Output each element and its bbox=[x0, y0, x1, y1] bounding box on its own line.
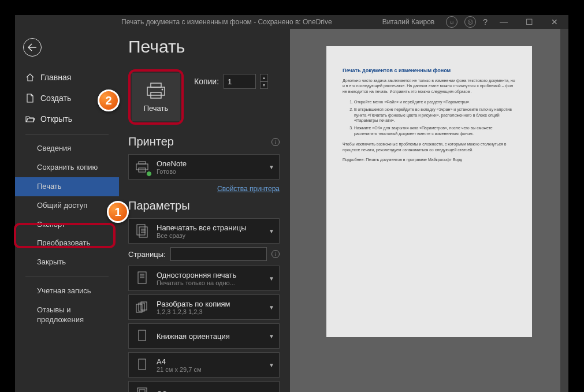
chevron-down-icon: ▼ bbox=[269, 228, 274, 234]
nav-share[interactable]: Общий доступ bbox=[15, 196, 119, 215]
preview-scrollbar[interactable] bbox=[560, 29, 568, 392]
nav-home-label: Главная bbox=[40, 73, 71, 82]
printer-section-header: Принтер i bbox=[128, 135, 280, 148]
print-button[interactable]: Печать bbox=[132, 73, 180, 121]
nav-open-label: Открыть bbox=[40, 114, 72, 124]
copies-input[interactable] bbox=[224, 74, 256, 89]
sides-dropdown[interactable]: Односторонняя печать Печатать только на … bbox=[128, 266, 280, 291]
print-button-label: Печать bbox=[144, 104, 169, 113]
copies-up[interactable]: ▲ bbox=[260, 74, 268, 81]
content-area: Главная Создать Открыть Сведения Сохрани… bbox=[15, 29, 568, 392]
one-sided-icon bbox=[133, 270, 151, 287]
home-icon bbox=[25, 73, 35, 82]
nav-save-copy[interactable]: Сохранить копию bbox=[15, 158, 119, 177]
print-settings-panel: Печать Печать bbox=[119, 29, 290, 392]
status-ready-icon bbox=[146, 171, 152, 177]
paper-size-icon bbox=[133, 356, 151, 374]
app-window: Печать документа с измененным фоном - Со… bbox=[15, 15, 568, 376]
printer-status: Готово bbox=[157, 168, 263, 175]
nav-transform[interactable]: Преобразовать bbox=[15, 234, 119, 253]
pages-input[interactable] bbox=[170, 247, 267, 261]
minimize-button[interactable]: — bbox=[494, 15, 513, 29]
margins-dropdown[interactable]: Обычные поля ▼ bbox=[128, 381, 280, 392]
maximize-button[interactable]: ☐ bbox=[520, 15, 538, 29]
feedback-icon[interactable]: ☹ bbox=[464, 16, 476, 28]
divider bbox=[25, 277, 109, 277]
emoji-icon[interactable]: ☺ bbox=[446, 16, 457, 28]
chevron-down-icon: ▼ bbox=[269, 362, 274, 368]
nav-info[interactable]: Сведения bbox=[15, 139, 119, 158]
highlight-print-button: Печать bbox=[128, 69, 184, 125]
page-title: Печать bbox=[128, 37, 280, 57]
printer-properties-link[interactable]: Свойства принтера bbox=[217, 185, 280, 193]
svg-rect-8 bbox=[139, 227, 147, 237]
printer-icon bbox=[146, 82, 166, 99]
collate-dropdown[interactable]: Разобрать по копиям 1,2,3 1,2,3 1,2,3 ▼ bbox=[128, 294, 280, 320]
nav-open[interactable]: Открыть bbox=[15, 109, 119, 129]
collate-icon bbox=[133, 298, 151, 316]
settings-section-header: Параметры bbox=[128, 199, 280, 212]
info-icon[interactable]: i bbox=[271, 138, 280, 146]
chevron-down-icon: ▼ bbox=[269, 304, 274, 311]
margins-icon bbox=[133, 385, 151, 392]
sidebar: Главная Создать Открыть Сведения Сохрани… bbox=[15, 29, 119, 392]
help-icon[interactable]: ? bbox=[483, 17, 488, 27]
svg-point-3 bbox=[162, 88, 163, 90]
svg-rect-22 bbox=[139, 390, 145, 392]
printer-status-icon bbox=[133, 158, 151, 176]
arrow-left-icon bbox=[28, 43, 37, 51]
svg-rect-19 bbox=[139, 330, 146, 341]
nav-close[interactable]: Закрыть bbox=[15, 253, 119, 272]
print-range-dropdown[interactable]: Напечатать все страницы Все сразу ▼ bbox=[128, 218, 280, 244]
nav-account[interactable]: Учетная запись bbox=[15, 282, 119, 301]
nav-feedback[interactable]: Отзывы и предложения bbox=[15, 301, 119, 330]
chevron-down-icon: ▼ bbox=[269, 164, 274, 170]
svg-rect-20 bbox=[139, 359, 146, 369]
doc-title: Печать документа с измененным фоном - Со… bbox=[121, 18, 332, 26]
preview-para: Подробнее: Печать документов в программе… bbox=[343, 157, 516, 163]
printer-dropdown[interactable]: OneNote Готово ▼ bbox=[128, 154, 280, 180]
info-icon[interactable]: i bbox=[271, 250, 280, 258]
pages-label: Страницы: bbox=[128, 250, 166, 259]
preview-para: Довольно часто задача заключается не тол… bbox=[343, 78, 516, 95]
pages-icon bbox=[133, 222, 151, 240]
nav-print[interactable]: Печать bbox=[15, 177, 119, 196]
page-preview: Печать документов с измененным фоном Дов… bbox=[326, 46, 532, 337]
preview-para: Чтобы исключить возможные проблемы и сло… bbox=[343, 141, 516, 153]
chevron-down-icon: ▼ bbox=[269, 333, 274, 339]
preview-title: Печать документов с измененным фоном bbox=[343, 67, 516, 74]
chevron-down-icon: ▼ bbox=[269, 275, 274, 282]
nav-home[interactable]: Главная bbox=[15, 67, 119, 88]
copies-label: Копии: bbox=[194, 77, 219, 86]
annotation-badge-2: 2 bbox=[98, 89, 120, 111]
svg-rect-7 bbox=[137, 225, 145, 235]
pages-row: Страницы: i bbox=[128, 247, 280, 261]
copies-down[interactable]: ▼ bbox=[260, 81, 268, 89]
nav-new-label: Создать bbox=[40, 94, 71, 103]
svg-rect-1 bbox=[147, 87, 165, 95]
back-button[interactable] bbox=[23, 38, 42, 57]
copies-section: Копии: ▲ ▼ bbox=[194, 69, 268, 89]
folder-open-icon bbox=[25, 114, 35, 124]
titlebar: Печать документа с измененным фоном - Со… bbox=[15, 15, 568, 29]
divider bbox=[25, 134, 109, 135]
svg-rect-4 bbox=[136, 164, 148, 170]
preview-list: Откройте меню «Файл» и перейдите к разде… bbox=[354, 99, 516, 137]
print-preview-area: Печать документов с измененным фоном Дов… bbox=[290, 29, 568, 392]
nav-export[interactable]: Экспорт bbox=[15, 215, 119, 234]
orientation-dropdown[interactable]: Книжная ориентация ▼ bbox=[128, 323, 280, 349]
annotation-badge-1: 1 bbox=[107, 201, 129, 223]
svg-rect-5 bbox=[139, 162, 146, 164]
svg-rect-0 bbox=[151, 83, 161, 87]
main-content: Печать Печать bbox=[119, 29, 568, 392]
printer-name: OneNote bbox=[157, 159, 263, 168]
portrait-icon bbox=[133, 327, 151, 345]
user-name: Виталий Каиров bbox=[382, 18, 435, 26]
copies-spinner: ▲ ▼ bbox=[260, 74, 268, 89]
close-button[interactable]: ✕ bbox=[545, 15, 564, 29]
paper-size-dropdown[interactable]: A4 21 см x 29,7 см ▼ bbox=[128, 352, 280, 378]
document-icon bbox=[25, 94, 35, 103]
